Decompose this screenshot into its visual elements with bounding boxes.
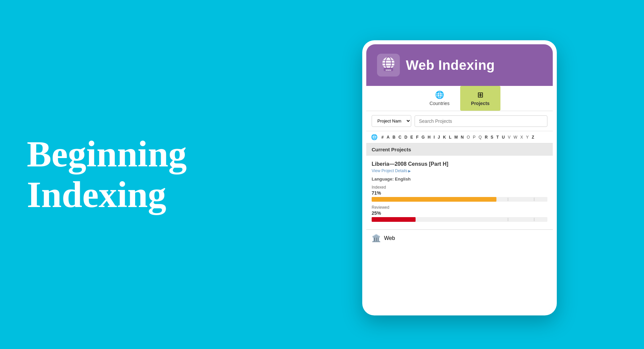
view-project-link[interactable]: View Project Details — [372, 168, 547, 173]
tablet-outer: www Web Indexing 🌐 Countries ⊞ Projects — [362, 40, 557, 315]
alpha-v[interactable]: V — [507, 135, 511, 140]
app-header: www Web Indexing — [366, 44, 553, 86]
alpha-b[interactable]: B — [392, 135, 396, 140]
left-section: Beginning Indexing — [0, 0, 292, 349]
alphabet-globe-icon[interactable]: 🌐 — [371, 134, 378, 140]
app-logo: www — [377, 54, 400, 77]
alpha-y[interactable]: Y — [525, 135, 529, 140]
indexed-percent: 71% — [372, 190, 547, 196]
project-title: Liberia—2008 Census [Part H] — [372, 161, 547, 167]
alpha-w[interactable]: W — [513, 135, 518, 140]
reviewed-section: Reviewed 25% — [372, 205, 547, 222]
tick-4 — [534, 218, 534, 221]
reviewed-percent: 25% — [372, 210, 547, 216]
alpha-j[interactable]: J — [437, 135, 441, 140]
web-building-icon: 🏛️ — [372, 234, 381, 243]
search-input[interactable] — [415, 115, 547, 127]
web-label: Web — [384, 235, 395, 241]
app-title: Web Indexing — [406, 58, 495, 73]
hero-line1: Beginning — [27, 134, 187, 174]
tick-1 — [508, 198, 508, 201]
alpha-x[interactable]: X — [520, 135, 524, 140]
alphabet-bar: 🌐 # A B C D E F G H I J K L M N O P Q R — [366, 131, 553, 143]
content-area: Current Projects Liberia—2008 Census [Pa… — [366, 143, 553, 311]
indexed-label: Indexed — [372, 185, 547, 190]
alpha-o[interactable]: O — [466, 135, 470, 140]
alpha-k[interactable]: K — [442, 135, 447, 140]
right-section: www Web Indexing 🌐 Countries ⊞ Projects — [275, 0, 644, 349]
indexed-bar-container — [372, 197, 547, 202]
project-language: Language: English — [372, 177, 547, 182]
alpha-c[interactable]: C — [398, 135, 402, 140]
reviewed-label: Reviewed — [372, 205, 547, 210]
reviewed-bar-container — [372, 217, 547, 222]
alpha-r[interactable]: R — [484, 135, 488, 140]
alpha-a[interactable]: A — [386, 135, 390, 140]
alpha-e[interactable]: E — [410, 135, 414, 140]
tab-countries[interactable]: 🌐 Countries — [419, 86, 460, 111]
tab-projects[interactable]: ⊞ Projects — [460, 86, 500, 111]
indexed-bar-fill — [372, 197, 496, 202]
filter-dropdown[interactable]: Project Nam — [372, 115, 411, 127]
svg-text:www: www — [385, 69, 391, 71]
nav-tabs: 🌐 Countries ⊞ Projects — [366, 86, 553, 111]
alpha-i[interactable]: I — [433, 135, 435, 140]
alpha-z[interactable]: Z — [531, 135, 535, 140]
reviewed-ticks — [495, 217, 547, 222]
language-label: Language: — [372, 177, 394, 182]
alpha-m[interactable]: M — [454, 135, 459, 140]
alpha-l[interactable]: L — [448, 135, 452, 140]
grid-icon: ⊞ — [477, 91, 483, 99]
tick-2 — [534, 198, 534, 201]
alpha-g[interactable]: G — [421, 135, 425, 140]
alpha-s[interactable]: S — [490, 135, 494, 140]
alpha-t[interactable]: T — [496, 135, 499, 140]
search-section: Project Nam — [366, 111, 553, 131]
globe-icon: 🌐 — [435, 91, 444, 99]
hero-line2: Indexing — [27, 174, 187, 215]
alpha-n[interactable]: N — [460, 135, 465, 140]
indexed-section: Indexed 71% — [372, 185, 547, 202]
alpha-h[interactable]: H — [427, 135, 431, 140]
project-card: Liberia—2008 Census [Part H] View Projec… — [366, 156, 553, 230]
alpha-d[interactable]: D — [404, 135, 408, 140]
alpha-u[interactable]: U — [501, 135, 505, 140]
web-item[interactable]: 🏛️ Web — [366, 230, 553, 247]
section-header-current-projects: Current Projects — [366, 143, 553, 156]
hero-text: Beginning Indexing — [27, 134, 187, 215]
globe-www-icon: www — [379, 56, 398, 74]
reviewed-bar-fill — [372, 217, 416, 222]
tablet-inner: www Web Indexing 🌐 Countries ⊞ Projects — [366, 44, 553, 311]
alpha-hash[interactable]: # — [381, 135, 384, 140]
alpha-f[interactable]: F — [415, 135, 419, 140]
alpha-p[interactable]: P — [472, 135, 476, 140]
alpha-q[interactable]: Q — [478, 135, 482, 140]
language-value: English — [395, 177, 411, 182]
indexed-ticks — [495, 197, 547, 202]
tab-countries-label: Countries — [429, 101, 449, 106]
tick-3 — [508, 218, 508, 221]
tab-projects-label: Projects — [471, 101, 489, 106]
